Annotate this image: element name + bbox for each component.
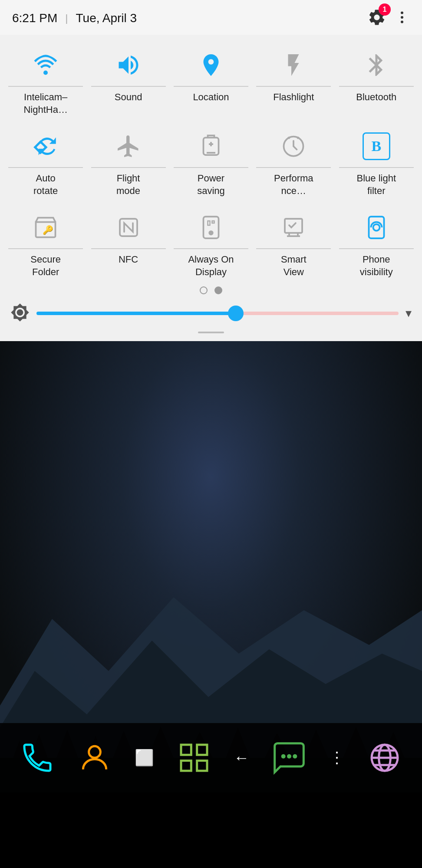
securefolder-icon: 🔑 <box>28 210 63 245</box>
bluetooth-icon <box>359 48 394 82</box>
brightness-row: ▾ <box>0 299 422 330</box>
quick-tiles-row-3: 🔑 SecureFolder NFC <box>0 206 422 278</box>
flashlight-icon <box>276 48 311 82</box>
nfc-icon <box>111 210 146 245</box>
svg-point-9 <box>209 231 213 235</box>
tile-bluelight-label: Blue lightfilter <box>356 172 396 197</box>
tile-bluetooth-label: Bluetooth <box>356 91 396 104</box>
tile-autorotate[interactable]: Autorotate <box>7 129 85 197</box>
tile-smartview-label: SmartView <box>281 253 307 278</box>
tile-flightmode-label: Flightmode <box>116 172 140 197</box>
tile-location[interactable]: Location <box>172 48 250 104</box>
tile-phonevisibility-label: Phonevisibility <box>360 253 393 278</box>
more-options-icon[interactable] <box>394 10 410 27</box>
navigation-bar: ⬜ ← ⋮ <box>0 723 422 792</box>
dot-page-1[interactable] <box>200 286 208 294</box>
tile-smartview[interactable]: SmartView <box>254 210 333 278</box>
svg-rect-31 <box>181 760 191 770</box>
svg-point-35 <box>293 754 297 758</box>
tile-alwayson[interactable]: Always OnDisplay <box>172 210 250 278</box>
nav-phone[interactable] <box>20 740 55 775</box>
tile-wifi[interactable]: Intelicam–NightHa… <box>7 48 85 116</box>
svg-rect-29 <box>181 745 191 755</box>
svg-point-28 <box>89 746 100 758</box>
tile-flightmode[interactable]: Flightmode <box>89 129 168 197</box>
svg-point-0 <box>401 12 403 14</box>
status-bar: 6:21 PM | Tue, April 3 1 <box>0 0 422 35</box>
svg-text:🔑: 🔑 <box>43 225 53 235</box>
location-icon <box>194 48 228 82</box>
quick-tiles-row-1: Intelicam–NightHa… Sound Location <box>0 43 422 116</box>
nav-internet[interactable] <box>367 740 402 775</box>
status-divider: | <box>65 12 68 24</box>
sound-icon <box>111 48 146 82</box>
tile-powersaving-label: Powersaving <box>197 172 225 197</box>
tile-alwayson-label: Always OnDisplay <box>188 253 234 278</box>
notification-badge: 1 <box>379 3 391 16</box>
nav-recents[interactable]: ⬜ <box>135 749 154 767</box>
nav-messages[interactable] <box>272 740 307 775</box>
quick-settings-panel: Intelicam–NightHa… Sound Location <box>0 35 422 341</box>
tile-nfc[interactable]: NFC <box>89 210 168 266</box>
autorotate-icon <box>28 129 63 164</box>
svg-rect-30 <box>197 745 207 755</box>
tile-autorotate-label: Autorotate <box>33 172 58 197</box>
svg-point-3 <box>43 71 48 75</box>
brightness-thumb[interactable] <box>228 306 244 321</box>
status-date: Tue, April 3 <box>76 11 137 25</box>
settings-icon[interactable]: 1 <box>367 8 386 29</box>
brightness-icon <box>10 303 30 324</box>
tile-sound-label: Sound <box>115 91 142 104</box>
smartview-icon <box>276 210 311 245</box>
svg-rect-32 <box>197 760 207 770</box>
pagination-dots <box>0 286 422 294</box>
wifi-icon <box>28 48 63 82</box>
svg-point-34 <box>287 754 291 758</box>
dot-page-2[interactable] <box>214 286 222 294</box>
svg-point-1 <box>401 16 403 19</box>
powersaving-icon <box>194 129 228 164</box>
drag-handle-line <box>198 332 224 333</box>
svg-point-33 <box>281 754 286 758</box>
svg-point-2 <box>401 21 403 23</box>
status-time: 6:21 PM <box>12 11 57 25</box>
flightmode-icon <box>111 129 146 164</box>
tile-bluetooth[interactable]: Bluetooth <box>337 48 415 104</box>
tile-phonevisibility[interactable]: Phonevisibility <box>337 210 415 278</box>
svg-point-12 <box>373 224 379 231</box>
quick-tiles-row-2: Autorotate Flightmode P <box>0 125 422 197</box>
nav-home[interactable]: ← <box>234 749 249 767</box>
expand-brightness-button[interactable]: ▾ <box>406 306 412 320</box>
tile-performance-label: Performance… <box>274 172 313 197</box>
tile-location-label: Location <box>193 91 229 104</box>
tile-bluelight[interactable]: B Blue lightfilter <box>337 129 415 197</box>
bluelight-box: B <box>363 132 390 160</box>
tile-sound[interactable]: Sound <box>89 48 168 104</box>
tile-wifi-label: Intelicam–NightHa… <box>23 91 67 116</box>
nav-more[interactable]: ⋮ <box>329 749 345 767</box>
tile-flashlight[interactable]: Flashlight <box>254 48 333 104</box>
tile-performance[interactable]: Performance… <box>254 129 333 197</box>
drag-handle[interactable] <box>0 330 422 337</box>
wallpaper-area: ⬜ ← ⋮ <box>0 341 422 792</box>
tile-securefolder[interactable]: 🔑 SecureFolder <box>7 210 85 278</box>
status-icons: 1 <box>367 8 410 29</box>
bluelight-icon: B <box>359 129 394 164</box>
performance-icon <box>276 129 311 164</box>
nav-apps[interactable] <box>177 740 211 775</box>
tile-flashlight-label: Flashlight <box>273 91 314 104</box>
tile-powersaving[interactable]: Powersaving <box>172 129 250 197</box>
nav-contacts[interactable] <box>77 740 112 775</box>
alwayson-icon <box>194 210 228 245</box>
tile-securefolder-label: SecureFolder <box>30 253 61 278</box>
brightness-slider[interactable] <box>36 312 399 315</box>
tile-nfc-label: NFC <box>119 253 138 266</box>
phonevisibility-icon <box>359 210 394 245</box>
